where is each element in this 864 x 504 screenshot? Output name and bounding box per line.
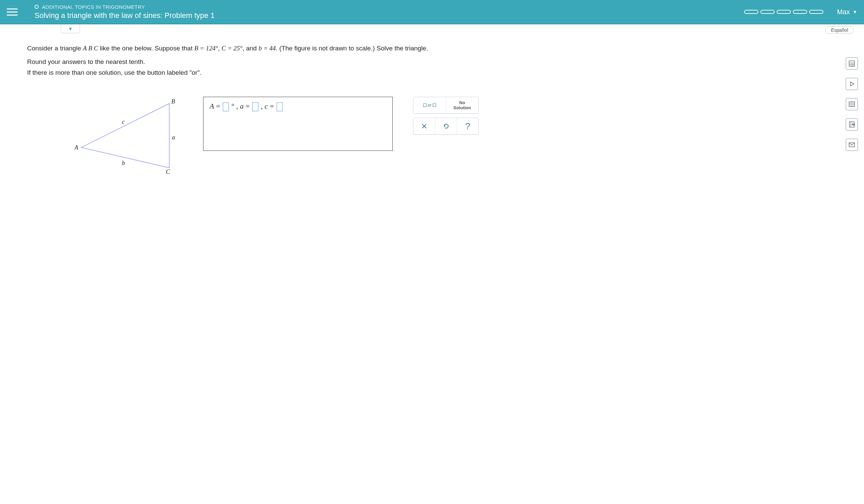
side-b-label: b — [122, 160, 125, 167]
answer-tools: or No Solution ? — [413, 97, 479, 135]
instruction-line-2: If there is more than one solution, use … — [27, 69, 837, 76]
dictionary-icon: Aa — [849, 121, 855, 128]
svg-marker-6 — [851, 82, 854, 86]
progress-segment — [744, 10, 758, 14]
glossary-button[interactable]: Aa — [846, 119, 858, 131]
answer-box: A = ° , a = , c = — [203, 97, 393, 151]
mail-icon — [849, 142, 855, 148]
question-C-value: C = 25° — [222, 45, 243, 52]
chevron-down-icon: ▼ — [852, 9, 857, 14]
question-part: like the one below. Suppose that — [98, 45, 194, 52]
equals-sign: = — [245, 102, 252, 110]
undo-icon — [443, 122, 450, 130]
triangle-figure: A B C a b c — [74, 97, 183, 174]
equals-sign: = — [270, 102, 276, 110]
square-icon — [433, 103, 436, 107]
progress-segment — [777, 10, 791, 14]
question-B-value: B = 124° — [194, 45, 218, 52]
message-button[interactable] — [846, 139, 858, 151]
progress-indicator — [744, 10, 824, 14]
side-a-label: a — [172, 134, 175, 141]
svg-rect-1 — [849, 61, 854, 66]
question-part: . (The figure is not drawn to scale.) So… — [276, 45, 428, 52]
progress-segment — [793, 10, 807, 14]
triangle-svg — [74, 97, 183, 174]
square-icon — [423, 103, 427, 107]
degree-sign: ° — [231, 102, 234, 110]
no-solution-label-2: Solution — [453, 105, 471, 110]
right-rail: Aa — [846, 58, 858, 151]
textbook-button[interactable] — [846, 98, 858, 110]
question-part: Consider a triangle — [27, 45, 83, 52]
breadcrumb: ADDITIONAL TOPICS IN TRIGONOMETRY — [35, 4, 744, 10]
equals-sign: = — [216, 102, 222, 110]
question-triangle-name: A B C — [83, 45, 98, 52]
svg-text:Aa: Aa — [852, 123, 855, 125]
input-A[interactable] — [223, 102, 229, 111]
question-part: , and — [242, 45, 259, 52]
language-button[interactable]: Español — [825, 26, 854, 34]
tool-row-2: ? — [413, 118, 479, 135]
book-icon — [849, 101, 855, 108]
no-solution-label-1: No — [459, 100, 465, 105]
clear-button[interactable] — [413, 118, 435, 134]
or-button[interactable]: or — [413, 97, 446, 113]
calculator-button[interactable] — [846, 58, 858, 70]
no-solution-button[interactable]: No Solution — [446, 97, 479, 113]
content-area: Consider a triangle A B C like the one b… — [0, 35, 864, 188]
comma: , — [236, 102, 240, 110]
comma: , — [261, 102, 265, 110]
side-c-label: c — [122, 119, 124, 125]
page-title: Solving a triangle with the law of sines… — [35, 11, 744, 20]
or-label: or — [428, 103, 432, 108]
play-icon — [849, 81, 855, 87]
vertex-A-label: A — [74, 144, 78, 151]
breadcrumb-text: ADDITIONAL TOPICS IN TRIGONOMETRY — [42, 4, 145, 10]
vertex-C-label: C — [166, 169, 170, 175]
progress-segment — [809, 10, 824, 14]
input-c[interactable] — [277, 102, 283, 111]
app-header: ADDITIONAL TOPICS IN TRIGONOMETRY Solvin… — [0, 0, 864, 24]
undo-button[interactable] — [435, 118, 457, 134]
menu-button[interactable] — [7, 7, 17, 17]
question-b-value: b = 44 — [259, 45, 276, 52]
section-dropdown-tab[interactable]: ▼ — [61, 24, 80, 33]
answer-A-label: A — [209, 102, 214, 110]
work-area: A B C a b c A = ° , a = , c = or — [27, 97, 837, 174]
breadcrumb-circle-icon — [35, 5, 39, 9]
x-icon — [421, 123, 428, 130]
vertex-B-label: B — [171, 98, 175, 105]
tool-row-1: or No Solution — [413, 97, 479, 114]
instruction-line-1: Round your answers to the nearest tenth. — [27, 58, 837, 66]
svg-marker-0 — [81, 103, 169, 168]
video-button[interactable] — [846, 78, 858, 90]
question-text: Consider a triangle A B C like the one b… — [27, 45, 837, 52]
user-name: Max — [837, 8, 850, 16]
header-titles: ADDITIONAL TOPICS IN TRIGONOMETRY Solvin… — [35, 4, 744, 20]
sub-bar: ▼ Español — [0, 24, 864, 35]
answer-a-label: a — [240, 102, 244, 110]
answer-c-label: c — [265, 102, 268, 110]
progress-segment — [760, 10, 775, 14]
help-button[interactable]: ? — [457, 118, 478, 134]
input-a[interactable] — [252, 102, 258, 111]
user-menu[interactable]: Max ▼ — [837, 8, 857, 16]
question-part: , — [218, 45, 222, 52]
calculator-icon — [849, 60, 855, 67]
